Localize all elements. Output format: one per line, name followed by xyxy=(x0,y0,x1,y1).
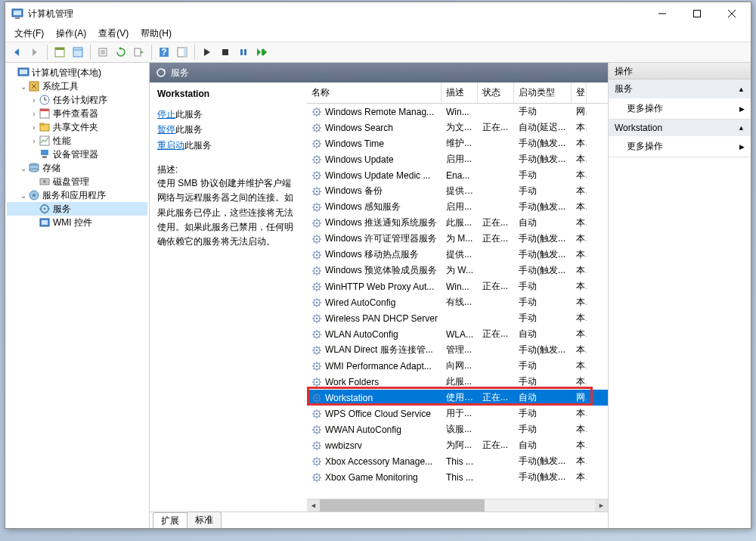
service-row[interactable]: Windows 备份提供 ...手动本 xyxy=(307,183,608,199)
twist-icon[interactable]: › xyxy=(29,110,39,118)
tree-item[interactable]: ⌄存储 xyxy=(7,161,147,175)
twist-icon[interactable]: › xyxy=(29,123,39,132)
svg-line-150 xyxy=(314,241,315,242)
col-startup[interactable]: 启动类型 xyxy=(514,82,572,103)
svg-rect-1 xyxy=(14,11,21,15)
tree-item[interactable]: 设备管理器 xyxy=(7,148,147,161)
actions-group-services[interactable]: 服务▲ xyxy=(609,79,751,98)
svg-point-202 xyxy=(316,333,318,335)
help-button[interactable]: ? xyxy=(156,44,172,61)
service-row[interactable]: Windows 许可证管理器服务为 M...正在...手动(触发...本 xyxy=(307,231,608,247)
service-row[interactable]: Wired AutoConfig有线...手动本 xyxy=(307,294,608,310)
service-row[interactable]: Windows 推送通知系统服务此服...正在...自动本 xyxy=(307,215,608,231)
restart-service-button[interactable] xyxy=(253,44,270,61)
col-status[interactable]: 状态 xyxy=(478,82,514,103)
export-list-button[interactable] xyxy=(131,44,147,61)
tree-item[interactable]: ⌄系统工具 xyxy=(7,79,147,93)
svg-line-79 xyxy=(319,124,321,126)
pause-service-button[interactable] xyxy=(235,44,252,61)
tree-item[interactable]: ›任务计划程序 xyxy=(7,93,147,107)
tree-item[interactable]: ›共享文件夹 xyxy=(7,120,147,134)
svg-line-179 xyxy=(319,283,321,284)
service-row[interactable]: wwbizsrv为阿...正在...自动本 xyxy=(307,437,608,453)
service-row[interactable]: Wireless PAN DHCP Server手动本 xyxy=(307,310,608,326)
tree-item[interactable]: 磁盘管理 xyxy=(7,175,147,188)
svg-rect-29 xyxy=(262,49,263,55)
menu-help[interactable]: 帮助(H) xyxy=(135,26,178,42)
service-row[interactable]: WLAN Direct 服务连接管...管理...手动(触发...本 xyxy=(307,342,608,358)
service-row[interactable]: Windows Search为文...正在...自动(延迟...本 xyxy=(307,120,608,135)
svg-line-208 xyxy=(319,336,321,337)
maximize-button[interactable] xyxy=(680,2,714,25)
service-row[interactable]: WMI Performance Adapt...向网...手动本 xyxy=(307,358,608,374)
service-row[interactable]: WWAN AutoConfig该服...手动本 xyxy=(307,421,608,437)
service-row[interactable]: WPS Office Cloud Service用于...手动本 xyxy=(307,406,608,421)
service-row[interactable]: Workstation使用 ...正在...自动网 xyxy=(307,390,608,406)
svg-line-99 xyxy=(319,156,321,157)
svg-line-197 xyxy=(314,315,315,316)
svg-line-137 xyxy=(314,219,315,221)
pause-link[interactable]: 暂停 xyxy=(157,124,175,135)
service-row[interactable]: Xbox Game MonitoringThis ...手动(触发...本 xyxy=(307,469,608,485)
service-row[interactable]: Windows Remote Manag...Win...手动网 xyxy=(307,104,608,120)
tree-item[interactable]: WMI 控件 xyxy=(7,216,147,229)
menu-file[interactable]: 文件(F) xyxy=(8,26,50,42)
action-pane-button[interactable] xyxy=(174,44,191,61)
menu-view[interactable]: 查看(V) xyxy=(92,26,135,42)
svg-point-182 xyxy=(316,301,318,303)
tree-item[interactable]: ⌄服务和应用程序 xyxy=(7,188,147,202)
tree-item[interactable]: 服务 xyxy=(7,202,147,216)
gear-icon xyxy=(311,472,322,483)
twist-icon[interactable]: › xyxy=(29,96,39,104)
forward-button[interactable] xyxy=(26,44,43,61)
list-body[interactable]: Windows Remote Manag...Win...手动网Windows … xyxy=(307,104,608,499)
actions-more-services[interactable]: 更多操作▶ xyxy=(609,98,751,119)
svg-line-280 xyxy=(314,447,315,449)
col-logon[interactable]: 登 xyxy=(572,82,587,103)
service-row[interactable]: Windows 移动热点服务提供...手动(触发...本 xyxy=(307,247,608,263)
twist-icon[interactable]: ⌄ xyxy=(19,82,28,91)
svg-line-149 xyxy=(319,235,321,237)
service-row[interactable]: Work Folders此服...手动本 xyxy=(307,374,608,390)
gear-icon xyxy=(311,154,322,165)
restart-link[interactable]: 重启动 xyxy=(157,140,184,151)
service-row[interactable]: WinHTTP Web Proxy Aut...Win...正在...手动本 xyxy=(307,278,608,294)
svg-line-209 xyxy=(319,331,321,332)
svg-rect-23 xyxy=(184,48,187,57)
col-desc[interactable]: 描述 xyxy=(442,82,478,103)
service-row[interactable]: Windows Update启用...手动(触发...本 xyxy=(307,151,608,167)
twist-icon[interactable]: › xyxy=(29,137,39,145)
menu-action[interactable]: 操作(A) xyxy=(50,26,92,42)
refresh-button[interactable] xyxy=(113,44,129,61)
tree-item[interactable]: 计算机管理(本地) xyxy=(7,66,147,79)
properties-button[interactable] xyxy=(70,44,86,61)
service-row[interactable]: Windows 预览体验成员服务为 W...手动(触发...本 xyxy=(307,263,608,278)
minimize-button[interactable] xyxy=(645,2,680,25)
twist-icon[interactable]: ⌄ xyxy=(19,191,28,200)
nav-tree[interactable]: 计算机管理(本地)⌄系统工具›任务计划程序›事件查看器›共享文件夹›性能设备管理… xyxy=(5,63,150,528)
service-row[interactable]: Windows 感知服务启用...手动(触发...本 xyxy=(307,199,608,215)
stop-service-button[interactable] xyxy=(217,44,234,61)
scroll-left-button[interactable]: ◄ xyxy=(307,499,320,511)
show-hide-tree-button[interactable] xyxy=(51,44,68,61)
tab-extended[interactable]: 扩展 xyxy=(153,512,187,528)
export-button[interactable] xyxy=(94,44,111,61)
h-scrollbar[interactable]: ◄ ► xyxy=(307,499,608,511)
tree-item[interactable]: ›事件查看器 xyxy=(7,107,147,120)
start-service-button[interactable] xyxy=(199,44,215,61)
scroll-thumb[interactable] xyxy=(320,499,485,511)
close-button[interactable] xyxy=(714,2,749,25)
actions-more-workstation[interactable]: 更多操作▶ xyxy=(609,136,751,157)
service-row[interactable]: WLAN AutoConfigWLA...正在...自动本 xyxy=(307,326,608,342)
service-row[interactable]: Windows Update Medic ...Ena...手动本 xyxy=(307,167,608,183)
actions-group-workstation[interactable]: Workstation▲ xyxy=(609,120,751,136)
back-button[interactable] xyxy=(8,44,25,61)
tab-standard[interactable]: 标准 xyxy=(187,511,222,528)
scroll-right-button[interactable]: ► xyxy=(595,499,608,511)
stop-link[interactable]: 停止 xyxy=(157,109,175,120)
col-name[interactable]: 名称 xyxy=(307,82,442,103)
service-row[interactable]: Xbox Accessory Manage...This ...手动(触发...… xyxy=(307,453,608,469)
service-row[interactable]: Windows Time维护...手动(触发...本 xyxy=(307,135,608,151)
twist-icon[interactable]: ⌄ xyxy=(19,164,28,173)
tree-item[interactable]: ›性能 xyxy=(7,134,147,148)
